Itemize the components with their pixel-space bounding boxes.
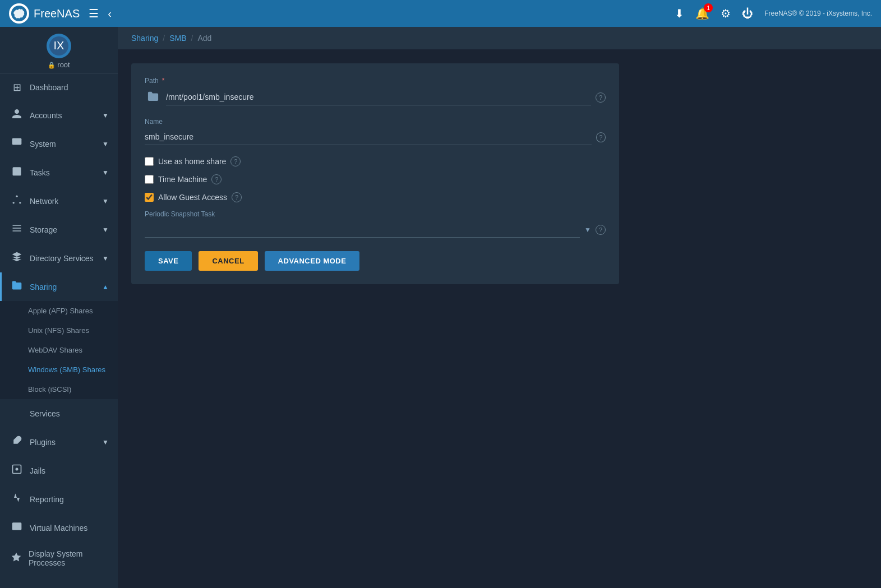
sidebar-item-accounts[interactable]: Accounts ▼ xyxy=(0,101,118,129)
copyright-text: FreeNAS® © 2019 - iXsystems, Inc. xyxy=(764,10,872,17)
use-home-share-label[interactable]: Use as home share xyxy=(158,157,226,166)
sidebar-item-label: Storage xyxy=(30,225,57,234)
chevron-down-icon: ▼ xyxy=(102,254,109,262)
content-area: Sharing / SMB / Add Path * xyxy=(118,27,881,588)
sharing-icon xyxy=(11,280,23,294)
sidebar-item-label: Reporting xyxy=(30,495,64,504)
allow-guest-checkbox[interactable] xyxy=(145,193,154,202)
notification-icon[interactable]: 🔔 1 xyxy=(695,7,709,20)
storage-icon xyxy=(11,223,23,237)
name-input[interactable] xyxy=(145,129,592,145)
sidebar-item-label: Virtual Machines xyxy=(30,524,87,533)
sidebar-item-storage[interactable]: Storage ▼ xyxy=(0,215,118,244)
svg-text:IX: IX xyxy=(54,39,64,52)
sidebar-item-network[interactable]: Network ▼ xyxy=(0,187,118,215)
sidebar-item-label: Tasks xyxy=(30,168,50,177)
svg-point-12 xyxy=(16,468,19,471)
periodic-snapshot-row: ▼ ? xyxy=(145,221,606,238)
sidebar-item-jails[interactable]: Jails xyxy=(0,456,118,485)
sidebar-item-label: Jails xyxy=(30,466,45,475)
sidebar-item-virtual-machines[interactable]: Virtual Machines xyxy=(0,513,118,542)
sidebar-item-label: Plugins xyxy=(30,438,56,447)
dashboard-icon: ⊞ xyxy=(11,81,23,94)
required-star: * xyxy=(162,77,165,85)
name-label: Name xyxy=(145,118,606,126)
tasks-icon xyxy=(11,165,23,179)
save-button[interactable]: SAVE xyxy=(145,251,192,271)
chevron-down-icon: ▼ xyxy=(102,140,109,148)
allow-guest-label[interactable]: Allow Guest Access xyxy=(158,193,227,202)
periodic-snapshot-label: Periodic Snapshot Task xyxy=(145,210,606,218)
cancel-button[interactable]: CANCEL xyxy=(199,251,257,271)
avatar: IX xyxy=(47,34,71,58)
sidebar-item-directory-services[interactable]: Directory Services ▼ xyxy=(0,244,118,272)
svg-marker-14 xyxy=(12,552,21,561)
time-machine-checkbox[interactable] xyxy=(145,175,154,184)
sidebar-item-iscsi[interactable]: Block (iSCSI) xyxy=(0,379,118,399)
sidebar-item-webdav[interactable]: WebDAV Shares xyxy=(0,340,118,360)
main-layout: IX 🔒root ⊞ Dashboard Accounts ▼ Syste xyxy=(0,27,881,588)
sidebar-item-reporting[interactable]: Reporting xyxy=(0,485,118,513)
svg-rect-13 xyxy=(12,522,22,530)
periodic-snapshot-select[interactable] xyxy=(145,221,580,238)
breadcrumb-smb[interactable]: SMB xyxy=(169,34,186,43)
chevron-down-icon: ▼ xyxy=(102,197,109,205)
path-input[interactable] xyxy=(166,89,591,105)
name-field: Name ? xyxy=(145,118,606,145)
sidebar-item-label: Accounts xyxy=(30,111,62,120)
advanced-mode-button[interactable]: ADVANCED MODE xyxy=(265,251,360,271)
sidebar-item-plugins[interactable]: Plugins ▼ xyxy=(0,428,118,456)
sidebar-item-label: Sharing xyxy=(30,283,57,291)
display-system-icon xyxy=(11,552,22,566)
logo-text: FreeNAS xyxy=(34,7,80,20)
path-help-icon[interactable]: ? xyxy=(596,92,606,103)
plugins-icon xyxy=(11,435,23,449)
sidebar-item-dashboard[interactable]: ⊞ Dashboard xyxy=(0,74,118,101)
sidebar-item-label: Directory Services xyxy=(30,254,94,263)
hamburger-icon[interactable]: ☰ xyxy=(89,7,99,20)
use-home-share-checkbox[interactable] xyxy=(145,157,154,166)
sidebar-item-label: Services xyxy=(30,409,60,418)
sidebar-item-display-system[interactable]: Display System Processes xyxy=(0,542,118,575)
svg-point-8 xyxy=(16,196,17,197)
time-machine-label[interactable]: Time Machine xyxy=(158,175,207,184)
breadcrumb-sep-2: / xyxy=(191,34,193,43)
svg-point-10 xyxy=(19,202,21,203)
sidebar-item-label: System xyxy=(30,140,56,149)
svg-rect-3 xyxy=(12,138,22,145)
sharing-submenu: Apple (AFP) Shares Unix (NFS) Shares Web… xyxy=(0,301,118,399)
sidebar-item-nfs[interactable]: Unix (NFS) Shares xyxy=(0,321,118,340)
sidebar-item-services[interactable]: Services xyxy=(0,399,118,428)
svg-rect-4 xyxy=(13,167,21,175)
system-icon xyxy=(11,137,23,151)
network-icon xyxy=(11,194,23,208)
logo-area: FreeNAS xyxy=(9,3,80,24)
chevron-down-icon: ▼ xyxy=(102,438,109,446)
use-home-share-help-icon[interactable]: ? xyxy=(230,156,241,166)
sidebar-item-tasks[interactable]: Tasks ▼ xyxy=(0,158,118,187)
power-icon[interactable]: ⏻ xyxy=(742,7,753,20)
sidebar-item-sharing[interactable]: Sharing ▲ xyxy=(0,272,118,301)
settings-icon[interactable]: ⚙ xyxy=(721,7,731,20)
sidebar-item-afp[interactable]: Apple (AFP) Shares xyxy=(0,301,118,321)
sidebar-item-smb[interactable]: Windows (SMB) Shares xyxy=(0,360,118,379)
time-machine-help-icon[interactable]: ? xyxy=(211,174,222,184)
path-label: Path * xyxy=(145,77,606,85)
back-icon[interactable]: ‹ xyxy=(108,7,112,20)
name-help-icon[interactable]: ? xyxy=(596,132,606,142)
breadcrumb-sharing[interactable]: Sharing xyxy=(131,34,158,43)
folder-browse-button[interactable] xyxy=(145,88,162,107)
sidebar-item-label: Dashboard xyxy=(30,83,68,92)
breadcrumb-add: Add xyxy=(197,34,211,43)
topbar: FreeNAS ☰ ‹ ⬇ 🔔 1 ⚙ ⏻ FreeNAS® © 2019 - … xyxy=(0,0,881,27)
sidebar-user: IX 🔒root xyxy=(0,27,118,74)
form-wrapper: Path * ? Name xyxy=(118,50,881,588)
chevron-down-icon: ▼ xyxy=(102,169,109,177)
topbar-right: ⬇ 🔔 1 ⚙ ⏻ FreeNAS® © 2019 - iXsystems, I… xyxy=(675,7,872,20)
sidebar-item-system[interactable]: System ▼ xyxy=(0,129,118,158)
form-card: Path * ? Name xyxy=(131,63,619,284)
breadcrumb: Sharing / SMB / Add xyxy=(118,27,881,50)
allow-guest-help-icon[interactable]: ? xyxy=(232,192,242,202)
download-icon[interactable]: ⬇ xyxy=(675,7,684,20)
periodic-snapshot-help-icon[interactable]: ? xyxy=(596,225,606,235)
